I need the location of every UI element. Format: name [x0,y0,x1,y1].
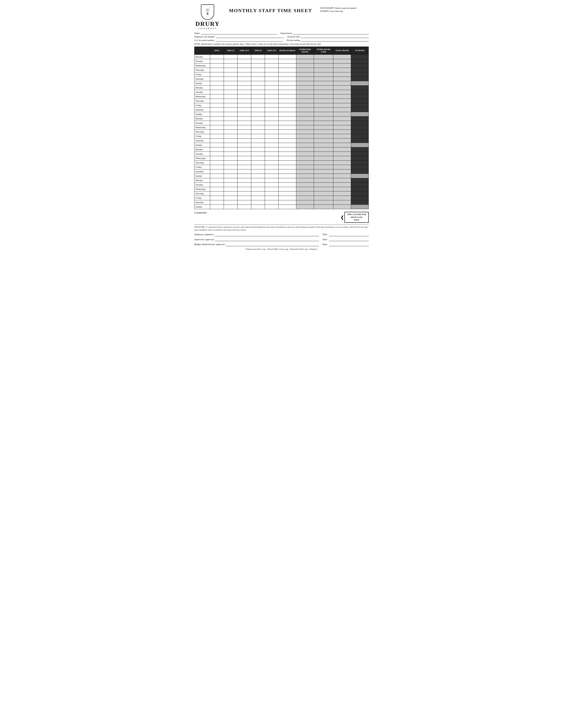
time-cell[interactable] [224,103,237,108]
payroll-cell[interactable] [314,191,334,196]
payroll-cell[interactable] [334,152,351,156]
day-cell[interactable]: Tuesday [194,59,210,64]
time-cell[interactable] [265,72,278,77]
time-cell[interactable] [278,108,296,112]
time-cell[interactable] [265,165,278,169]
payroll-cell[interactable] [334,77,351,81]
time-cell[interactable] [237,196,251,200]
payroll-cell[interactable] [334,103,351,108]
time-cell[interactable] [224,94,237,99]
time-cell[interactable] [224,161,237,165]
time-cell[interactable] [265,81,278,86]
day-cell[interactable]: Saturday [194,77,210,81]
time-cell[interactable] [265,68,278,72]
time-cell[interactable] [251,187,265,191]
day-cell[interactable]: Friday [194,196,210,200]
payroll-cell[interactable] [314,108,334,112]
time-cell[interactable] [210,205,224,209]
time-cell[interactable] [210,90,224,94]
payroll-cell[interactable] [296,103,314,108]
ot-cell[interactable] [351,152,369,156]
time-cell[interactable] [210,94,224,99]
payroll-cell[interactable] [314,130,334,134]
time-cell[interactable] [224,174,237,178]
time-cell[interactable] [265,152,278,156]
payroll-cell[interactable] [314,147,334,152]
ot-cell[interactable] [351,103,369,108]
day-cell[interactable]: Sunday [194,205,210,209]
payroll-cell[interactable] [296,112,314,116]
payroll-cell[interactable] [314,116,334,121]
ot-cell[interactable] [351,112,369,116]
time-cell[interactable] [278,165,296,169]
time-cell[interactable] [237,116,251,121]
time-cell[interactable] [278,130,296,134]
payroll-cell[interactable] [296,81,314,86]
ot-cell[interactable] [351,147,369,152]
day-cell[interactable]: Thursday [194,161,210,165]
payroll-cell[interactable] [296,200,314,205]
time-cell[interactable] [251,183,265,187]
payroll-cell[interactable] [334,112,351,116]
time-cell[interactable] [237,68,251,72]
time-cell[interactable] [265,196,278,200]
time-cell[interactable] [224,134,237,139]
time-cell[interactable] [278,112,296,116]
payroll-cell[interactable] [314,68,334,72]
ot-cell[interactable] [351,205,369,209]
time-cell[interactable] [278,64,296,68]
ot-cell[interactable] [351,165,369,169]
payroll-cell[interactable] [334,130,351,134]
time-cell[interactable] [278,174,296,178]
time-cell[interactable] [251,147,265,152]
time-cell[interactable] [278,205,296,209]
time-cell[interactable] [251,165,265,169]
time-cell[interactable] [265,169,278,174]
payroll-cell[interactable] [334,205,351,209]
time-cell[interactable] [251,116,265,121]
day-cell[interactable]: Thursday [194,130,210,134]
payroll-cell[interactable] [314,103,334,108]
time-cell[interactable] [237,156,251,161]
ot-cell[interactable] [351,90,369,94]
time-cell[interactable] [251,200,265,205]
day-cell[interactable]: Tuesday [194,90,210,94]
payroll-cell[interactable] [334,108,351,112]
ot-cell[interactable] [351,86,369,90]
time-cell[interactable] [237,72,251,77]
time-cell[interactable] [237,77,251,81]
payroll-cell[interactable] [334,134,351,139]
time-cell[interactable] [210,161,224,165]
time-cell[interactable] [251,59,265,64]
time-cell[interactable] [210,147,224,152]
time-cell[interactable] [210,64,224,68]
payroll-cell[interactable] [296,55,314,59]
ot-cell[interactable] [351,169,369,174]
time-cell[interactable] [278,147,296,152]
day-cell[interactable]: Wednesday [194,187,210,191]
payroll-cell[interactable] [314,121,334,125]
time-cell[interactable] [265,112,278,116]
time-cell[interactable] [224,187,237,191]
time-cell[interactable] [237,191,251,196]
time-cell[interactable] [278,169,296,174]
time-cell[interactable] [224,191,237,196]
time-cell[interactable] [210,143,224,147]
time-cell[interactable] [237,64,251,68]
ot-cell[interactable] [351,174,369,178]
payroll-cell[interactable] [296,77,314,81]
time-cell[interactable] [237,103,251,108]
time-cell[interactable] [237,55,251,59]
payroll-cell[interactable] [314,156,334,161]
time-cell[interactable] [265,139,278,143]
payroll-cell[interactable] [314,165,334,169]
payroll-cell[interactable] [314,112,334,116]
time-cell[interactable] [237,178,251,183]
time-cell[interactable] [210,156,224,161]
payroll-cell[interactable] [334,64,351,68]
payroll-cell[interactable] [296,191,314,196]
day-cell[interactable]: Monday [194,178,210,183]
payroll-cell[interactable] [334,86,351,90]
payroll-cell[interactable] [314,125,334,130]
day-cell[interactable]: Monday [194,55,210,59]
